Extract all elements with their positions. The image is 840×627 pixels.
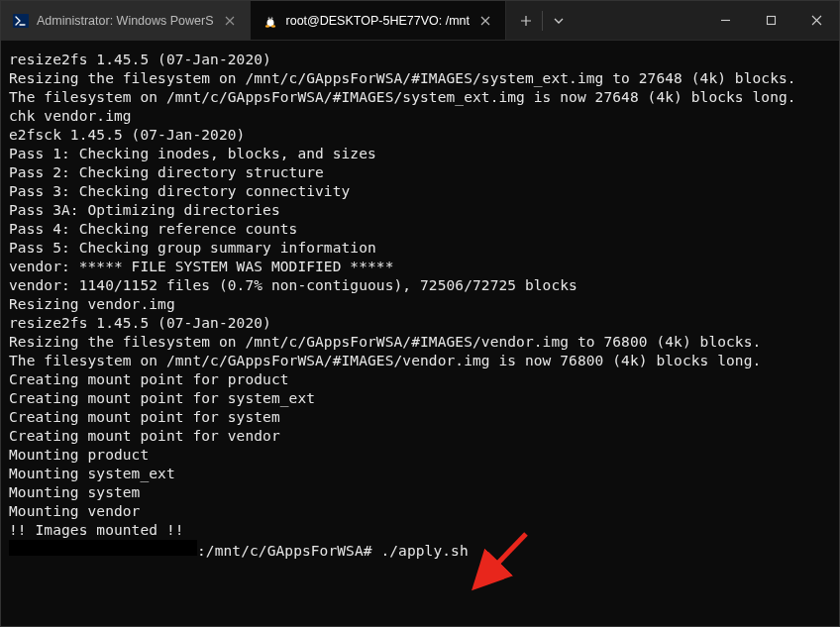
- close-window-button[interactable]: [793, 1, 839, 40]
- output-line: chk vendor.img: [9, 107, 831, 126]
- output-line: Mounting vendor: [9, 502, 831, 521]
- close-icon[interactable]: [477, 13, 493, 29]
- output-line: resize2fs 1.45.5 (07-Jan-2020): [9, 51, 831, 69]
- window-controls: [702, 1, 839, 40]
- tab-powershell[interactable]: Administrator: Windows PowerS: [1, 1, 251, 40]
- tux-icon: [262, 13, 278, 29]
- output-line: Creating mount point for system_ext: [9, 389, 831, 408]
- tab-title: Administrator: Windows PowerS: [37, 14, 214, 28]
- output-line: e2fsck 1.45.5 (07-Jan-2020): [9, 126, 831, 145]
- svg-point-4: [268, 18, 269, 19]
- powershell-icon: [13, 13, 29, 29]
- output-line: Pass 4: Checking reference counts: [9, 220, 831, 239]
- svg-point-6: [264, 25, 268, 28]
- output-line: vendor: 1140/1152 files (0.7% non-contig…: [9, 276, 831, 295]
- svg-point-7: [270, 25, 274, 28]
- new-tab-button[interactable]: [510, 5, 542, 37]
- output-line: Creating mount point for system: [9, 408, 831, 427]
- output-line: The filesystem on /mnt/c/GAppsForWSA/#IM…: [9, 88, 831, 107]
- svg-rect-8: [767, 17, 775, 25]
- close-icon[interactable]: [222, 13, 238, 29]
- prompt-path: :/mnt/c/GAppsForWSA#: [197, 542, 372, 561]
- output-line: vendor: ***** FILE SYSTEM WAS MODIFIED *…: [9, 258, 831, 276]
- output-line: Creating mount point for vendor: [9, 427, 831, 446]
- output-line: !! Images mounted !!: [9, 521, 831, 540]
- redacted-user-host: [9, 540, 197, 556]
- titlebar: Administrator: Windows PowerS: [1, 1, 839, 41]
- output-line: Pass 1: Checking inodes, blocks, and siz…: [9, 145, 831, 163]
- output-line: Creating mount point for product: [9, 370, 831, 389]
- new-tab-area: [506, 1, 578, 40]
- svg-point-5: [270, 18, 271, 19]
- output-line: Pass 5: Checking group summary informati…: [9, 239, 831, 258]
- output-line: Pass 3: Checking directory connectivity: [9, 182, 831, 201]
- tab-strip: Administrator: Windows PowerS: [1, 1, 702, 40]
- output-line: Pass 3A: Optimizing directories: [9, 201, 831, 220]
- tab-dropdown-button[interactable]: [543, 5, 575, 37]
- output-line: Pass 2: Checking directory structure: [9, 163, 831, 182]
- output-line: Resizing the filesystem on /mnt/c/GAppsF…: [9, 69, 831, 88]
- prompt-line: :/mnt/c/GAppsForWSA# ./apply.sh: [9, 540, 831, 561]
- tab-title: root@DESKTOP-5HE77VO: /mnt: [286, 14, 470, 28]
- output-line: Mounting system_ext: [9, 465, 831, 483]
- output-line: Mounting system: [9, 483, 831, 502]
- prompt-command: ./apply.sh: [372, 542, 469, 561]
- output-line: Resizing vendor.img: [9, 295, 831, 314]
- minimize-button[interactable]: [702, 1, 748, 40]
- output-line: Resizing the filesystem on /mnt/c/GAppsF…: [9, 333, 831, 352]
- output-line: resize2fs 1.45.5 (07-Jan-2020): [9, 314, 831, 333]
- output-line: Mounting product: [9, 446, 831, 465]
- tab-linux[interactable]: root@DESKTOP-5HE77VO: /mnt: [251, 1, 506, 40]
- terminal-output[interactable]: resize2fs 1.45.5 (07-Jan-2020)Resizing t…: [1, 41, 839, 569]
- maximize-button[interactable]: [748, 1, 793, 40]
- output-line: The filesystem on /mnt/c/GAppsForWSA/#IM…: [9, 352, 831, 370]
